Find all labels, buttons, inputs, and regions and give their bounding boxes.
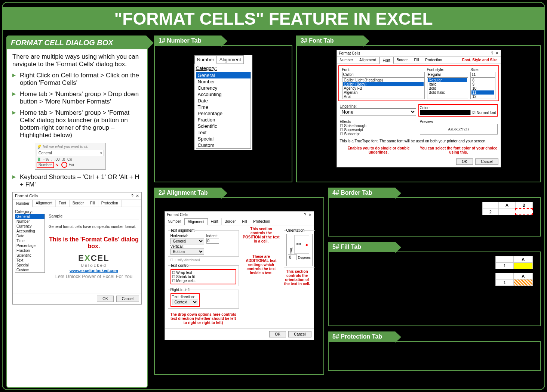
preview-label: Preview	[420, 120, 498, 124]
bullet-2: Home tab > 'Numbers' group > Drop down b…	[12, 90, 142, 105]
sidebar-header: FORMAT CELL DIALOG BOX	[7, 36, 147, 49]
section-number-tab: 1# Number Tab Number Alignment Category:…	[154, 36, 292, 182]
sample-label: Sample	[49, 214, 139, 219]
color-swatch	[420, 110, 471, 115]
bullet-1: Right Click on Cell to format > Click on…	[12, 72, 142, 87]
format-cells-dialog-preview: Format Cells ? ✕ Number Alignment Font B…	[12, 192, 142, 305]
underline-annotation: Enables you to do single or double under…	[340, 146, 418, 154]
truetype-note: This is a TrueType font. The same font w…	[337, 138, 501, 145]
brand-tagline: Lets Unlock Power of Excel For You	[49, 274, 139, 279]
size-input	[470, 72, 495, 77]
rtl-legend: Right-to-left	[170, 288, 190, 292]
number-format-dropdown: General	[37, 150, 104, 156]
merge-checkbox: ☐ Merge cells	[172, 279, 235, 283]
tab-font: Font	[56, 200, 70, 207]
size-listbox: 8 9 10 11 12 14	[470, 77, 495, 99]
cancel-button[interactable]: Cancel	[116, 296, 139, 302]
fill-preview-hatch: A 1	[495, 273, 533, 286]
tab-number: Number	[13, 200, 33, 207]
tab-fill: Fill	[87, 200, 98, 207]
number-group-label: Number	[37, 162, 54, 168]
brand-url[interactable]: www.excelunlocked.com	[49, 268, 139, 273]
text-alignment-legend: Text alignment	[170, 228, 194, 232]
underline-select: None	[340, 108, 416, 115]
red-arrow-icon: ↘	[55, 163, 58, 167]
category-list: General Number Currency Accounting Date …	[15, 214, 45, 273]
textdir-select: Context	[172, 299, 198, 305]
sidebar-body: There are multiple ways using which you …	[7, 49, 147, 308]
cancel-button[interactable]: Cancel	[288, 331, 311, 337]
font-dialog-preview: Format Cells ? ✕ Number Alignment Font B…	[337, 50, 501, 167]
shrink-checkbox: ☐ Shrink to fit	[172, 275, 235, 279]
tab-alignment: Alignment	[33, 200, 56, 207]
strikethrough-checkbox: ☐ Strikethrough	[340, 124, 418, 128]
main-title: "FORMAT CELLS" FEATURE IN EXCEL	[3, 7, 544, 30]
page: "FORMAT CELLS" FEATURE IN EXCEL FORMAT C…	[2, 2, 545, 390]
category-label-small: Category:	[196, 65, 251, 71]
orientation-widget: Text Text ◆ Degrees	[286, 234, 313, 266]
orientation-legend: Orientation	[286, 228, 305, 232]
font-header-note: Font, Style and Size	[459, 57, 500, 64]
red-annotation: This is the 'Format Cells' dialog box.	[49, 236, 139, 250]
brand-logo: EXCEL	[49, 253, 139, 263]
fill-preview-yellow: A 1	[495, 256, 533, 269]
section-font-tab: 3# Font Tab Format Cells ? ✕ Number Alig…	[296, 36, 541, 182]
currency-icon: 💲	[37, 157, 41, 161]
ribbon-screenshot: 💡 Tell me what you want to do General 💲 …	[35, 143, 106, 170]
section-alignment-tab: 2# Alignment Tab Format Cells ? ✕ Number…	[154, 188, 324, 375]
tab-protection: Protection	[98, 200, 122, 207]
orient-annotation: This section controls the orientation of…	[282, 269, 312, 286]
category-list-small: General Number Currency Accounting Date …	[196, 72, 251, 149]
tab-alignment-small: Alignment	[217, 55, 244, 64]
superscript-checkbox: ☐ Superscript	[340, 128, 418, 132]
dialog-tabs: Number Alignment Font Border Fill Protec…	[13, 200, 141, 207]
font-dlg-title: Format Cells	[339, 51, 360, 55]
section-protection-tab: 5# Protection Tab	[328, 331, 541, 371]
intro-text: There are multiple ways using which you …	[12, 53, 142, 68]
position-annotation: This section controls the POSITION of th…	[243, 227, 280, 243]
color-annotation: You can select the font color of your ch…	[420, 146, 498, 154]
ok-button[interactable]: OK	[269, 331, 286, 337]
font-listbox: Calibri Light (Headings) Calibri (Body) …	[342, 77, 425, 99]
effects-label: Effects	[340, 120, 418, 124]
sidebar: FORMAT CELL DIALOG BOX There are multipl…	[6, 36, 148, 388]
dialog-title: Format Cells	[15, 194, 38, 198]
border-preview: AB 2	[482, 202, 533, 215]
style-input	[427, 72, 468, 77]
section-border-tab: 4# Border Tab AB 2	[328, 188, 541, 237]
subscript-checkbox: ☐ Subscript	[340, 132, 418, 136]
section-header-1: 1# Number Tab	[154, 36, 221, 46]
alignment-dialog-preview: Format Cells ? ✕ Number Alignment Font B…	[165, 211, 314, 340]
style-label: Font style:	[427, 68, 468, 72]
font-label: Font:	[342, 68, 425, 72]
help-icon: ?	[491, 51, 493, 55]
cancel-button[interactable]: Cancel	[475, 158, 498, 165]
close-icon: ✕	[495, 51, 498, 55]
vertical-select: Bottom	[170, 249, 204, 255]
align-dlg-title: Format Cells	[167, 213, 188, 217]
section-header-3: 3# Font Tab	[296, 36, 363, 46]
brand-sub: Unlocked	[49, 263, 139, 268]
category-label: Category:	[15, 209, 139, 214]
section-header-6: 5# Protection Tab	[328, 331, 395, 342]
close-icon: ✕	[136, 194, 139, 198]
close-icon: ✕	[308, 213, 311, 217]
number-tab-preview: Number Alignment Category: General Numbe…	[194, 55, 252, 150]
style-listbox: Regular Italic Bold Bold Italic	[427, 77, 468, 99]
section-header-2: 2# Alignment Tab	[154, 188, 221, 198]
tab-border: Border	[70, 200, 87, 207]
bullet-3: Home tab > 'Numbers' group > 'Format Cel…	[12, 109, 142, 139]
font-input	[342, 72, 425, 77]
indent-input	[206, 238, 219, 244]
text-control-legend: Text control	[170, 263, 190, 268]
bullet-4: Keyboard Shortcuts – 'Ctrl + 1' OR 'Alt …	[12, 173, 142, 188]
additional-annotation: These are ADDITIONAL text settings which…	[243, 254, 280, 275]
ok-button[interactable]: OK	[456, 158, 473, 165]
color-label: Color:	[420, 106, 496, 110]
ok-button[interactable]: OK	[97, 296, 113, 302]
font-preview: AaBbCcYyZz	[420, 124, 498, 135]
size-label: Size:	[470, 68, 495, 72]
wrap-checkbox: ☐ Wrap text	[172, 271, 235, 275]
degrees-input	[288, 254, 297, 260]
help-icon: ?	[304, 213, 306, 217]
